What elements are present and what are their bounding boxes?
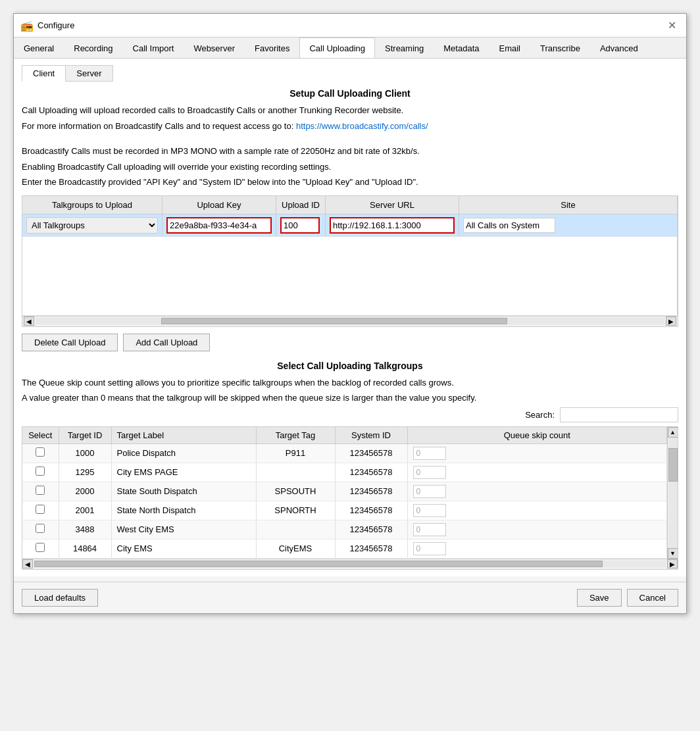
- select-checkbox[interactable]: [36, 505, 45, 514]
- info-line-2: For more information on Broadcastify Cal…: [22, 120, 678, 133]
- save-button[interactable]: Save: [577, 589, 622, 607]
- target-tag-cell: SPNORTH: [256, 501, 335, 520]
- site-input[interactable]: [463, 218, 555, 233]
- target-label-cell: State South Dispatch: [111, 482, 256, 501]
- cancel-button[interactable]: Cancel: [627, 589, 678, 607]
- col-target-id: Target ID: [59, 427, 111, 444]
- talkgroup-cell[interactable]: All Talkgroups: [22, 214, 162, 236]
- queue-skip-cell[interactable]: [407, 463, 667, 482]
- add-call-upload-button[interactable]: Add Call Upload: [123, 334, 210, 351]
- scroll-left-arrow[interactable]: ◀: [24, 316, 34, 326]
- target-id-cell: 3488: [59, 520, 111, 539]
- sub-tab-client[interactable]: Client: [22, 65, 66, 82]
- target-id-cell: 2000: [59, 482, 111, 501]
- tab-bar: General Recording Call Import Webserver …: [14, 38, 686, 59]
- queue-skip-cell[interactable]: [407, 501, 667, 520]
- upload-id-cell[interactable]: [276, 214, 326, 236]
- select-checkbox[interactable]: [36, 466, 45, 476]
- select-checkbox[interactable]: [36, 486, 45, 495]
- target-label-cell: State North Dispatch: [111, 501, 256, 520]
- tab-transcribe[interactable]: Transcribe: [530, 38, 590, 59]
- broadcastify-link[interactable]: https://www.broadcastify.com/calls/: [296, 121, 428, 131]
- upload-key-cell[interactable]: [162, 214, 276, 236]
- configure-window: 📻 Configure ✕ General Recording Call Imp…: [13, 13, 687, 614]
- select-checkbox[interactable]: [36, 543, 45, 552]
- tab-recording[interactable]: Recording: [64, 38, 122, 59]
- scroll-v-thumb[interactable]: [668, 448, 678, 481]
- vertical-scrollbar[interactable]: ▲ ▼: [667, 427, 678, 559]
- bottom-scroll-thumb[interactable]: [34, 561, 603, 567]
- upload-id-input[interactable]: [280, 217, 320, 234]
- window-title: Configure: [38, 20, 74, 30]
- queue-skip-input[interactable]: [413, 485, 446, 498]
- tab-advanced[interactable]: Advanced: [590, 38, 648, 59]
- search-row: Search:: [22, 407, 678, 422]
- queue-skip-input[interactable]: [413, 504, 446, 517]
- scroll-down-arrow[interactable]: ▼: [668, 548, 678, 559]
- target-tag-cell: [256, 463, 335, 482]
- queue-skip-cell[interactable]: [407, 482, 667, 501]
- tab-favorites[interactable]: Favorites: [245, 38, 299, 59]
- queue-skip-input[interactable]: [413, 542, 446, 555]
- system-id-cell: 123456578: [335, 501, 407, 520]
- talkgroup-row: 1295City EMS PAGE123456578: [22, 463, 667, 482]
- target-id-cell: 2001: [59, 501, 111, 520]
- col-target-tag: Target Tag: [256, 427, 335, 444]
- col-talkgroups: Talkgroups to Upload: [22, 196, 162, 214]
- bottom-scrollbar[interactable]: ◀ ▶: [22, 559, 678, 570]
- bottom-scroll-right[interactable]: ▶: [667, 559, 678, 568]
- tab-metadata[interactable]: Metadata: [434, 38, 489, 59]
- upload-table: Talkgroups to Upload Upload Key Upload I…: [22, 196, 678, 316]
- target-label-cell: West City EMS: [111, 520, 256, 539]
- queue-skip-cell[interactable]: [407, 539, 667, 558]
- tab-streaming[interactable]: Streaming: [375, 38, 434, 59]
- scroll-up-arrow[interactable]: ▲: [668, 427, 678, 438]
- tab-call-import[interactable]: Call Import: [123, 38, 184, 59]
- queue-skip-input[interactable]: [413, 447, 446, 460]
- tab-general[interactable]: General: [14, 38, 64, 59]
- select-checkbox[interactable]: [36, 524, 45, 533]
- scroll-track[interactable]: [36, 318, 664, 324]
- info-line-4: Broadcastify Calls must be recorded in M…: [22, 145, 678, 158]
- tab-webserver[interactable]: Webserver: [184, 38, 245, 59]
- delete-call-upload-button[interactable]: Delete Call Upload: [22, 334, 118, 351]
- target-tag-cell: P911: [256, 443, 335, 463]
- select-checkbox[interactable]: [36, 447, 45, 457]
- queue-skip-input[interactable]: [413, 466, 446, 479]
- footer: Load defaults Save Cancel: [14, 582, 686, 613]
- talkgroup-row: 3488West City EMS123456578: [22, 520, 667, 539]
- bottom-scroll-track[interactable]: [34, 561, 666, 567]
- search-input[interactable]: [560, 407, 678, 422]
- tab-email[interactable]: Email: [489, 38, 530, 59]
- col-select: Select: [22, 427, 59, 444]
- target-label-cell: Police Dispatch: [111, 443, 256, 463]
- col-target-label: Target Label: [111, 427, 256, 444]
- load-defaults-button[interactable]: Load defaults: [22, 589, 98, 607]
- talkgroup-row: 1000Police DispatchP911123456578: [22, 443, 667, 463]
- col-server-url: Server URL: [326, 196, 459, 214]
- upload-table-container: Talkgroups to Upload Upload Key Upload I…: [22, 195, 678, 316]
- tab-call-uploading[interactable]: Call Uploading: [299, 38, 375, 59]
- content-area: Client Server Setup Call Uploading Clien…: [14, 59, 686, 576]
- horizontal-scrollbar[interactable]: ◀ ▶: [22, 316, 678, 327]
- site-cell[interactable]: [459, 214, 678, 236]
- sub-tab-server[interactable]: Server: [65, 65, 113, 82]
- close-button[interactable]: ✕: [664, 18, 680, 34]
- queue-skip-cell[interactable]: [407, 520, 667, 539]
- server-url-input[interactable]: [330, 217, 455, 234]
- talkgroup-dropdown[interactable]: All Talkgroups: [26, 217, 158, 234]
- scroll-right-arrow[interactable]: ▶: [666, 316, 676, 326]
- bottom-scroll-left[interactable]: ◀: [22, 559, 33, 568]
- scroll-thumb[interactable]: [161, 318, 507, 324]
- queue-skip-cell[interactable]: [407, 443, 667, 463]
- scroll-v-track[interactable]: [668, 438, 678, 548]
- system-id-cell: 123456578: [335, 539, 407, 558]
- upload-key-input[interactable]: [166, 217, 272, 234]
- talkgroup-table-container: Select Target ID Target Label Target Tag…: [22, 426, 678, 559]
- queue-skip-input[interactable]: [413, 523, 446, 536]
- talkgroup-row: 2001State North DispatchSPNORTH123456578: [22, 501, 667, 520]
- talkgroup-section-title: Select Call Uploading Talkgroups: [22, 361, 678, 371]
- system-id-cell: 123456578: [335, 482, 407, 501]
- server-url-cell[interactable]: [326, 214, 459, 236]
- target-id-cell: 1295: [59, 463, 111, 482]
